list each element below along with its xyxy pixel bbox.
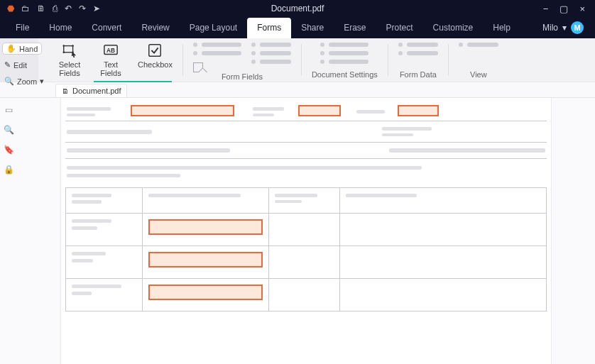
form-field[interactable] xyxy=(148,285,263,300)
edit-icon: ✎ xyxy=(4,60,11,70)
search-icon[interactable]: 🔍 xyxy=(4,125,14,135)
cursor-icon[interactable]: ➤ xyxy=(93,4,100,13)
user-name: Milo xyxy=(542,23,558,33)
checkbox-button[interactable]: Checkbox xyxy=(138,43,173,69)
avatar: M xyxy=(571,21,584,34)
zoom-icon: 🔍 xyxy=(4,77,14,86)
svg-point-1 xyxy=(62,45,65,47)
ribbon-form-fields-group: Form Fields xyxy=(186,38,298,82)
pdf-page xyxy=(61,98,551,364)
svg-point-3 xyxy=(62,51,65,53)
tool-edit[interactable]: ✎Edit xyxy=(0,59,31,71)
hand-icon: ✋ xyxy=(6,44,16,53)
user-menu[interactable]: Milo ▾ M xyxy=(537,21,589,38)
form-field[interactable] xyxy=(298,105,341,116)
maximize-button[interactable]: ▢ xyxy=(559,4,568,14)
document-title: Document.pdf xyxy=(271,4,324,13)
text-fields-icon: AB xyxy=(103,43,119,58)
svg-rect-0 xyxy=(64,46,73,53)
table-row xyxy=(66,214,547,246)
app-logo-icon: ⬣ xyxy=(7,4,14,13)
file-icon: 🗎 xyxy=(62,87,69,95)
menu-forms[interactable]: Forms xyxy=(247,18,291,38)
chevron-down-icon: ▾ xyxy=(562,23,567,33)
menu-help[interactable]: Help xyxy=(483,18,520,38)
tool-hand[interactable]: ✋Hand xyxy=(2,43,42,55)
select-fields-icon xyxy=(62,43,77,58)
group-label-doc-settings: Document Settings xyxy=(312,70,378,82)
form-field[interactable] xyxy=(398,105,439,116)
left-quick-tools: ✋Hand ✎Edit 🔍Zoom▾ xyxy=(0,38,38,82)
form-table xyxy=(65,187,547,311)
edit-square-icon[interactable] xyxy=(193,62,203,72)
side-rail: ▭ 🔍 🔖 🔒 xyxy=(0,98,17,364)
folder-open-icon[interactable]: 🗀 xyxy=(21,4,30,13)
ribbon-form-data-group: Form Data xyxy=(391,38,445,82)
group-label-form-fields: Form Fields xyxy=(222,72,263,84)
bookmark-icon[interactable]: 🔖 xyxy=(4,145,14,155)
menu-file[interactable]: File xyxy=(6,18,39,38)
ribbon-doc-settings-group: Document Settings xyxy=(305,38,385,82)
window-controls: − ▢ × xyxy=(543,4,595,14)
document-tab-label: Document.pdf xyxy=(72,87,121,95)
table-row xyxy=(66,279,547,311)
menu-home[interactable]: Home xyxy=(39,18,82,38)
close-button[interactable]: × xyxy=(579,4,585,14)
title-bar: ⬣ 🗀 🗎 ⎙ ↶ ↷ ➤ Document.pdf − ▢ × xyxy=(0,0,595,17)
menu-review[interactable]: Review xyxy=(131,18,179,38)
menu-share[interactable]: Share xyxy=(291,18,334,38)
redo-icon[interactable]: ↷ xyxy=(79,4,86,13)
menu-page-layout[interactable]: Page Layout xyxy=(180,18,247,38)
menu-bar: File Home Convert Review Page Layout For… xyxy=(0,17,595,38)
menu-customize[interactable]: Customize xyxy=(423,18,484,38)
minimize-button[interactable]: − xyxy=(543,4,549,14)
canvas[interactable] xyxy=(17,98,595,364)
group-label-form-data: Form Data xyxy=(400,70,437,82)
form-field[interactable] xyxy=(131,105,234,116)
checkbox-icon xyxy=(147,43,163,58)
ribbon-view-group: View xyxy=(452,38,506,82)
document-tab[interactable]: 🗎 Document.pdf xyxy=(55,84,127,97)
group-label-view: View xyxy=(470,70,487,82)
menu-protect[interactable]: Protect xyxy=(376,18,423,38)
active-underline xyxy=(94,81,172,82)
form-field[interactable] xyxy=(148,252,263,268)
svg-text:AB: AB xyxy=(107,48,115,54)
table-row xyxy=(66,246,547,279)
document-tab-strip: 🗎 Document.pdf xyxy=(0,82,595,98)
text-fields-button[interactable]: AB TextFields xyxy=(97,43,125,77)
menu-convert[interactable]: Convert xyxy=(82,18,131,38)
menu-erase[interactable]: Erase xyxy=(334,18,376,38)
titlebar-quick-actions: ⬣ 🗀 🗎 ⎙ ↶ ↷ ➤ xyxy=(0,4,100,13)
undo-icon[interactable]: ↶ xyxy=(65,4,72,13)
select-fields-button[interactable]: SelectFields xyxy=(55,43,84,77)
form-field[interactable] xyxy=(148,219,263,235)
lock-icon[interactable]: 🔒 xyxy=(4,165,14,175)
ribbon-tools-group: SelectFields AB TextFields Checkbox xyxy=(38,38,180,82)
ribbon: ✋Hand ✎Edit 🔍Zoom▾ SelectFields AB TextF… xyxy=(0,38,595,82)
printer-icon[interactable]: ⎙ xyxy=(53,4,58,13)
svg-point-2 xyxy=(72,45,74,47)
svg-rect-7 xyxy=(149,45,161,57)
save-icon[interactable]: 🗎 xyxy=(37,4,45,13)
workspace: ▭ 🔍 🔖 🔒 xyxy=(0,98,595,364)
pages-panel-icon[interactable]: ▭ xyxy=(5,105,13,115)
